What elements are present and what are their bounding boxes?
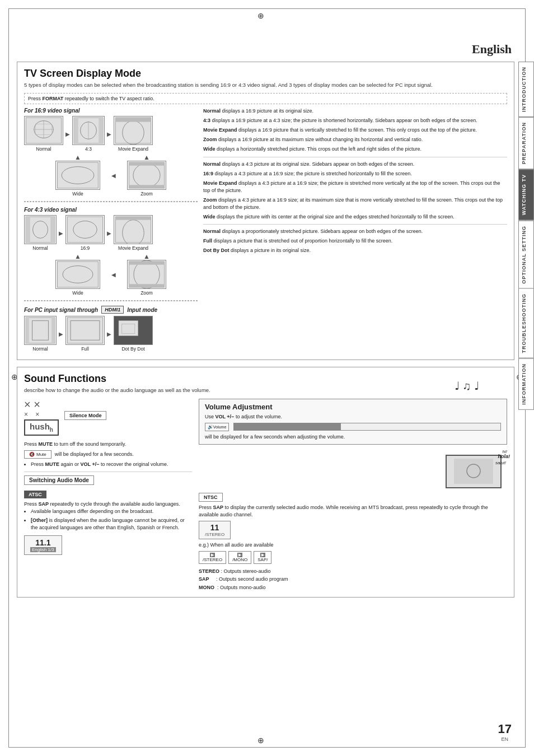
diagram-normal-16-9: Normal — [24, 116, 63, 152]
desc-normal-16-9: Normal displays a 16:9 picture at its or… — [203, 108, 507, 115]
arrow-right: ▶ — [59, 331, 63, 337]
tv-shape — [446, 455, 502, 488]
bullet-item: Available languages differ depending on … — [31, 508, 192, 516]
atsc-instruction: Press SAP repeatedly to cycle through th… — [24, 501, 192, 508]
audio-bars: ▶ /STEREO ▶ /MONO ▶ SAP/ — [199, 551, 507, 564]
ntsc-channel-sub: /STEREO — [205, 532, 224, 537]
tv-diagram-box — [72, 116, 105, 145]
up-arrow: ▲ — [74, 154, 81, 161]
tv-diagrams: For 16:9 video signal — [24, 108, 198, 354]
audio-bar-mono: ▶ /MONO — [228, 551, 251, 564]
volume-fill — [234, 423, 340, 430]
ntsc-instruction: Press SAP to display the currently selec… — [199, 504, 507, 519]
desc-full-pc: Full displays a picture that is stretche… — [203, 237, 507, 245]
diagram-label: Movie Expand — [118, 146, 148, 152]
svg-rect-7 — [99, 118, 103, 143]
musical-notes: ♩ ♫ ♩ — [455, 379, 479, 393]
desc-wide-16-9: Wide displays a horizontally stretched p… — [203, 146, 507, 153]
signal-divider — [24, 201, 198, 202]
svg-rect-18 — [129, 185, 164, 189]
ntsc-channel-num: 11 — [205, 523, 224, 532]
mute-bullets: Press MUTE again or VOL +/− to recover t… — [24, 461, 192, 469]
diagram-wide: ▲ Wide — [55, 154, 100, 197]
sound-section: Sound Functions describe how to change t… — [17, 367, 514, 598]
diagram-wide-4-3: ▲ Wide — [55, 253, 100, 296]
up-arrow: ▲ — [74, 253, 81, 260]
page-number: 17 — [498, 722, 512, 736]
audio-bar-label: /MONO — [232, 557, 247, 562]
tab-watching-tv[interactable]: WATCHING TV — [518, 169, 534, 220]
mute-area: × × × × hushh Silence Mode — [24, 399, 192, 437]
tv-section-title: TV Screen Display Mode — [24, 68, 507, 80]
desc-dot-by-dot: Dot By Dot displays a picture in its ori… — [203, 247, 507, 254]
volume-icon: 🔊Volume — [205, 423, 229, 431]
page-number-area: 17 EN — [498, 722, 512, 742]
sound-section-title: Sound Functions — [24, 373, 210, 385]
tv-screen-section: TV Screen Display Mode 5 types of displa… — [17, 62, 514, 360]
stereo-legend: STEREO : Outputs stereo-audio — [199, 567, 507, 575]
ntsc-badge: NTSC — [199, 493, 223, 502]
tv-diagram-box — [114, 116, 153, 145]
svg-rect-35 — [26, 318, 29, 343]
switching-audio-label: Switching Audio Mode — [24, 475, 94, 485]
atsc-bullets: Available languages differ depending on … — [24, 508, 192, 532]
tab-information[interactable]: INFORMATION — [518, 358, 534, 410]
diagram-label: 4:3 — [85, 146, 92, 152]
arrow-left: ◀ — [111, 172, 116, 179]
desc-4-3-16-9: 4:3 displays a 16:9 picture at a 4:3 siz… — [203, 117, 507, 124]
volume-title: Volume Adjustment — [205, 403, 501, 411]
tab-troubleshooting[interactable]: TROUBLESHOOTING — [518, 288, 534, 358]
tab-optional-setting[interactable]: OPTIONAL SETTING — [518, 221, 534, 289]
svg-rect-28 — [57, 262, 98, 287]
diagram-dot-by-dot: Dot By Dot — [114, 316, 153, 352]
diagram-row-1: Normal ▶ — [24, 116, 198, 152]
diagram-normal-pc: Normal — [24, 316, 57, 352]
svg-rect-32 — [129, 262, 164, 265]
svg-rect-25 — [115, 217, 151, 242]
audio-legend: STEREO : Outputs stereo-audio SAP : Outp… — [199, 567, 507, 591]
mute-symbols: × × × × hushh — [24, 399, 59, 437]
diagram-full-pc: Full — [65, 316, 105, 352]
pc-input-diagrams: Normal ▶ Full ▶ — [24, 316, 198, 352]
format-note: Press FORMAT repeatedly to switch the TV… — [24, 93, 507, 104]
page-lang-abbr: EN — [498, 736, 512, 742]
ntsc-area: NTSC Press SAP to display the currently … — [199, 493, 507, 591]
audio-bar-label: /STEREO — [203, 557, 222, 562]
tv-diagram-box — [24, 116, 63, 145]
svg-rect-27 — [115, 217, 151, 220]
svg-rect-15 — [129, 162, 164, 188]
mute-icon-box: 🔇 Mute — [24, 450, 51, 459]
tv-descriptions: Normal displays a 16:9 picture at its or… — [203, 108, 507, 354]
diagram-normal-4-3: Normal — [24, 215, 57, 251]
channel-display-area: 11.1 English 1/3 — [24, 535, 192, 555]
bubble-salut: salut! — [495, 460, 506, 465]
ntsc-eg-label: e.g.) When all audio are available — [199, 542, 507, 549]
diagram-row-4: ▲ Wide ◀ ▲ — [24, 253, 198, 296]
atsc-area: ATSC Press SAP repeatedly to cycle throu… — [24, 491, 192, 555]
language-label: English — [472, 42, 512, 57]
diagram-movie-expand: Movie Expand — [114, 116, 153, 152]
tab-preparation[interactable]: PREPARATION — [518, 117, 534, 169]
volume-note: will be displayed for a few seconds when… — [205, 433, 501, 441]
desc-zoom-16-9: Zoom displays a 16:9 picture at its maxi… — [203, 136, 507, 143]
up-arrow: ▲ — [143, 154, 150, 161]
silence-label-area: Silence Mode — [64, 410, 107, 420]
svg-rect-17 — [129, 162, 164, 166]
mute-display: 🔇 Mute will be displayed for a few secon… — [24, 450, 192, 459]
diagram-label: Normal — [32, 245, 48, 251]
bubble-hola: hola! — [498, 454, 510, 459]
sound-section-desc: describe how to change the audio or the … — [24, 386, 210, 394]
atsc-badge: ATSC — [24, 491, 46, 498]
svg-rect-38 — [67, 318, 102, 343]
desc-normal-pc: Normal displays a proportionately stretc… — [203, 228, 507, 235]
svg-rect-20 — [26, 217, 30, 242]
tab-introduction[interactable]: INTRODUCTION — [518, 62, 534, 117]
arrow-right: ▶ — [59, 230, 63, 236]
diagrams-16-9-row1: Normal ▶ — [24, 116, 198, 197]
up-arrow: ▲ — [143, 253, 150, 260]
crosshair-bottom: ⊕ — [257, 736, 264, 745]
diagram-label: Wide — [72, 191, 83, 197]
channel-sub: English 1/3 — [30, 547, 56, 552]
svg-rect-43 — [454, 459, 493, 484]
diagram-label: Dot By Dot — [121, 346, 144, 352]
